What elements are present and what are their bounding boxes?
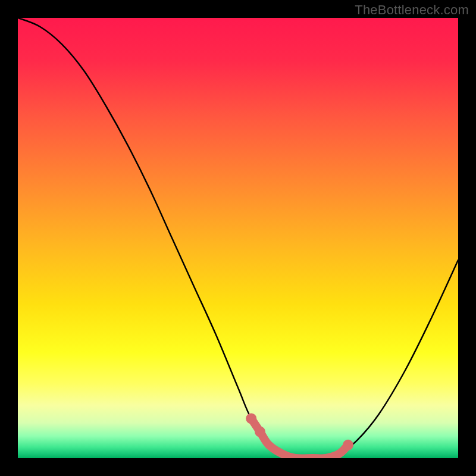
- highlight-dots: [246, 413, 353, 450]
- highlight-dot: [343, 440, 353, 450]
- highlight-dot: [246, 413, 256, 424]
- optimal-zone-highlight: [251, 418, 348, 458]
- chart-frame: TheBottleneck.com: [0, 0, 476, 476]
- curve-layer: [18, 18, 458, 458]
- plot-area: [18, 18, 458, 458]
- bottleneck-curve: [18, 18, 458, 458]
- watermark-text: TheBottleneck.com: [355, 2, 469, 18]
- highlight-dot: [255, 427, 265, 437]
